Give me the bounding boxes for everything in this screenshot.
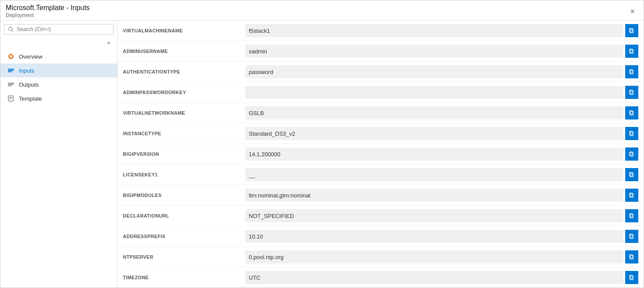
copy-button-declarationurl[interactable] — [625, 209, 638, 222]
table-row: VIRTUALMACHINENAME — [118, 21, 644, 41]
overview-icon — [7, 53, 14, 60]
input-field-virtualnetworkname[interactable] — [245, 106, 623, 119]
input-value-cell — [240, 247, 644, 267]
sidebar-item-inputs-label: Inputs — [19, 67, 34, 74]
input-field-declarationurl[interactable] — [245, 209, 623, 222]
copy-icon — [629, 110, 635, 116]
copy-icon — [629, 48, 635, 54]
search-input[interactable] — [17, 26, 110, 32]
body: « Overview — [0, 21, 644, 288]
input-field-addressprefix[interactable] — [245, 230, 623, 243]
input-label: BIGIPVERSION — [118, 144, 240, 165]
copy-button-timezone[interactable] — [625, 271, 638, 284]
window-title: Microsoft.Template - Inputs — [6, 4, 90, 12]
sidebar-item-inputs[interactable]: Inputs — [0, 63, 117, 77]
input-field-timezone[interactable] — [245, 271, 623, 284]
copy-icon — [629, 69, 635, 75]
input-field-authenticationtype[interactable] — [245, 65, 623, 78]
svg-rect-8 — [8, 84, 14, 85]
input-value-wrapper — [245, 127, 638, 140]
copy-button-authenticationtype[interactable] — [625, 65, 638, 78]
input-value-cell — [240, 267, 644, 288]
title-bar-left: Microsoft.Template - Inputs Deployment — [6, 4, 90, 18]
input-value-wrapper — [245, 106, 638, 119]
copy-button-virtualmachinename[interactable] — [625, 24, 638, 37]
search-box[interactable] — [4, 24, 114, 35]
svg-rect-9 — [8, 85, 12, 86]
table-row: DECLARATIONURL — [118, 206, 644, 226]
svg-rect-11 — [9, 97, 13, 98]
copy-button-ntpserver[interactable] — [625, 250, 638, 263]
sidebar-item-overview-label: Overview — [19, 53, 42, 60]
input-field-adminpasswordorkey[interactable] — [245, 86, 623, 99]
input-value-wrapper — [245, 86, 638, 99]
copy-icon — [629, 89, 635, 95]
input-label: VIRTUALMACHINENAME — [118, 21, 240, 41]
input-label: ADMINUSERNAME — [118, 41, 240, 62]
sidebar-item-overview[interactable]: Overview — [0, 49, 117, 63]
svg-rect-12 — [9, 98, 12, 99]
input-field-bigipmodules[interactable] — [245, 189, 623, 202]
input-label: BIGIPMODULES — [118, 185, 240, 206]
sidebar-item-outputs-label: Outputs — [19, 81, 39, 88]
copy-button-adminusername[interactable] — [625, 45, 638, 58]
svg-rect-30 — [630, 193, 633, 197]
input-value-wrapper — [245, 250, 638, 263]
input-value-cell — [240, 185, 644, 206]
copy-icon — [629, 151, 635, 157]
input-label: VIRTUALNETWORKNAME — [118, 103, 240, 123]
outputs-icon — [7, 81, 14, 88]
svg-rect-18 — [630, 70, 633, 74]
table-row: BIGIPMODULES — [118, 185, 644, 206]
copy-button-addressprefix[interactable] — [625, 230, 638, 243]
copy-button-bigipversion[interactable] — [625, 148, 638, 161]
copy-icon — [629, 233, 635, 239]
table-row: AUTHENTICATIONTYPE — [118, 62, 644, 82]
table-row: VIRTUALNETWORKNAME — [118, 103, 644, 123]
svg-rect-34 — [630, 234, 633, 238]
input-label: ADDRESSPREFIX — [118, 226, 240, 247]
svg-rect-38 — [630, 275, 633, 279]
table-row: ADMINPASSWORDORKEY — [118, 82, 644, 103]
copy-button-licensekey1[interactable] — [625, 168, 638, 181]
input-label: INSTANCETYPE — [118, 123, 240, 144]
table-row: ADMINUSERNAME — [118, 41, 644, 62]
collapse-sidebar-button[interactable]: « — [104, 38, 114, 48]
input-value-wrapper — [245, 168, 638, 181]
copy-button-instancetype[interactable] — [625, 127, 638, 140]
svg-rect-14 — [630, 28, 633, 32]
svg-rect-32 — [630, 214, 633, 218]
input-value-wrapper — [245, 24, 638, 37]
input-value-cell — [240, 123, 644, 144]
window: Microsoft.Template - Inputs Deployment ×… — [0, 0, 644, 288]
svg-rect-16 — [630, 49, 633, 53]
input-value-wrapper — [245, 271, 638, 284]
copy-icon — [629, 130, 635, 137]
input-field-bigipversion[interactable] — [245, 148, 623, 161]
input-field-licensekey1[interactable] — [245, 168, 623, 181]
sidebar-item-template[interactable]: Template — [0, 91, 117, 105]
template-icon — [7, 95, 14, 102]
input-field-instancetype[interactable] — [245, 127, 623, 140]
input-value-cell — [240, 82, 644, 103]
svg-rect-22 — [630, 111, 633, 115]
svg-rect-20 — [630, 90, 633, 94]
copy-button-adminpasswordorkey[interactable] — [625, 86, 638, 99]
svg-rect-24 — [630, 131, 633, 135]
input-field-ntpserver[interactable] — [245, 250, 623, 263]
copy-button-bigipmodules[interactable] — [625, 189, 638, 202]
input-field-virtualmachinename[interactable] — [245, 24, 623, 37]
input-value-wrapper — [245, 148, 638, 161]
inputs-icon — [7, 67, 14, 74]
input-value-cell — [240, 103, 644, 123]
input-value-wrapper — [245, 209, 638, 222]
input-label: AUTHENTICATIONTYPE — [118, 62, 240, 82]
input-value-wrapper — [245, 45, 638, 58]
close-button[interactable]: × — [627, 6, 638, 17]
search-icon — [8, 26, 14, 32]
inputs-table: VIRTUALMACHINENAME ADMINUSERNAME AUTHENT… — [118, 21, 644, 288]
table-row: INSTANCETYPE — [118, 123, 644, 144]
copy-button-virtualnetworkname[interactable] — [625, 106, 638, 119]
sidebar-item-outputs[interactable]: Outputs — [0, 77, 117, 91]
input-field-adminusername[interactable] — [245, 45, 623, 58]
